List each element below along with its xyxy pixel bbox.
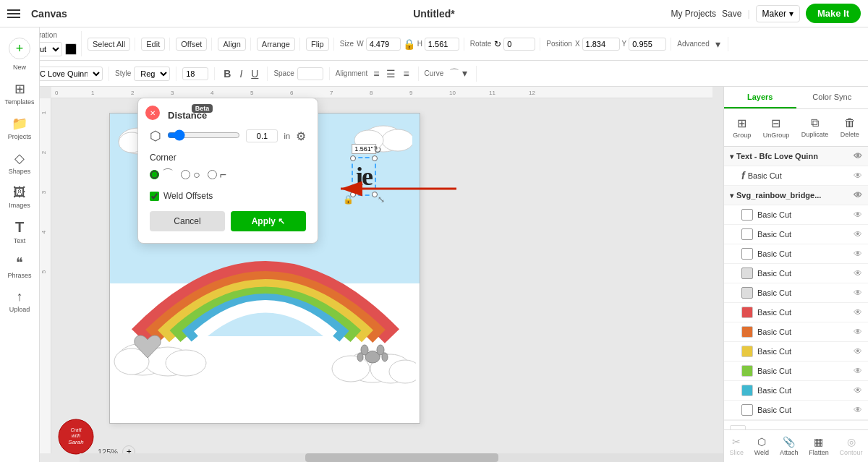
align-center-button[interactable]: ☰ bbox=[383, 67, 399, 81]
align-button[interactable]: Align bbox=[218, 38, 245, 51]
eye-icon-7[interactable]: 👁 bbox=[854, 327, 862, 337]
sidebar-item-images[interactable]: 🖼 Images bbox=[2, 181, 37, 213]
text-label: Text bbox=[14, 237, 26, 244]
svg-point-22 bbox=[382, 129, 412, 151]
layer-item-5[interactable]: Basic Cut 👁 bbox=[724, 283, 868, 303]
sidebar-item-templates[interactable]: ⊞ Templates bbox=[2, 77, 37, 110]
font-size-input[interactable] bbox=[182, 67, 208, 80]
layer-item-11[interactable]: Basic Cut 👁 bbox=[724, 401, 868, 420]
eye-icon-section-text[interactable]: 👁 bbox=[854, 151, 862, 161]
new-button[interactable]: + bbox=[9, 38, 30, 59]
style-select[interactable]: Regu bbox=[134, 67, 170, 81]
flip-button[interactable]: Flip bbox=[306, 38, 329, 51]
layer-section-svg-header[interactable]: ▾ Svg_rainbow_bridge... 👁 bbox=[724, 186, 868, 205]
duplicate-button[interactable]: ⧉ Duplicate bbox=[799, 114, 832, 142]
eye-icon-10[interactable]: 👁 bbox=[854, 385, 862, 395]
contour-button[interactable]: ◎ Contour bbox=[835, 433, 867, 459]
corner-square-radio[interactable]: ⌐ bbox=[208, 168, 226, 181]
my-projects-button[interactable]: My Projects bbox=[671, 9, 716, 19]
eye-icon-5[interactable]: 👁 bbox=[854, 288, 862, 298]
layer-item-1[interactable]: Basic Cut 👁 bbox=[724, 205, 868, 225]
apply-button[interactable]: Apply ↖ bbox=[231, 211, 306, 231]
delete-button[interactable]: 🗑 Delete bbox=[838, 114, 862, 142]
eye-icon-6[interactable]: 👁 bbox=[854, 307, 862, 317]
underline-button[interactable]: U bbox=[248, 67, 261, 81]
curve-button[interactable]: ⌒ ▾ bbox=[446, 66, 470, 82]
operation-color-swatch[interactable] bbox=[65, 43, 77, 55]
projects-icon: 📁 bbox=[12, 116, 27, 132]
weld-button[interactable]: ⬡ Weld bbox=[750, 433, 773, 459]
eye-icon-2[interactable]: 👁 bbox=[854, 229, 862, 239]
weld-checkbox[interactable] bbox=[150, 192, 159, 201]
corner-square-icon: ⌐ bbox=[220, 168, 226, 181]
corner-round-radio[interactable]: ⌒ bbox=[150, 167, 174, 182]
tab-color-sync[interactable]: Color Sync bbox=[796, 87, 869, 108]
eye-icon-11[interactable]: 👁 bbox=[854, 405, 862, 415]
bold-button[interactable]: B bbox=[221, 67, 234, 81]
sidebar-item-text[interactable]: T Text bbox=[2, 215, 37, 249]
rotate-input[interactable]: 0 bbox=[503, 38, 535, 51]
tab-layers[interactable]: Layers bbox=[724, 87, 796, 108]
distance-value-input[interactable]: 0.1 bbox=[246, 129, 278, 142]
scrollbar-thumb[interactable] bbox=[305, 453, 498, 462]
eye-icon-1[interactable]: 👁 bbox=[854, 210, 862, 220]
align-left-button[interactable]: ≡ bbox=[370, 67, 382, 81]
corner-round-icon: ⌒ bbox=[162, 167, 174, 182]
layer-section-text-header[interactable]: ▾ Text - Bfc Love Quinn 👁 bbox=[724, 147, 868, 166]
corner-circle-radio[interactable]: ○ bbox=[181, 168, 200, 181]
space-input[interactable]: 0 bbox=[297, 67, 323, 80]
cancel-button[interactable]: Cancel bbox=[150, 211, 225, 231]
sidebar-item-phrases[interactable]: ❝ Phrases bbox=[2, 250, 37, 283]
size-h-input[interactable]: 1.561 bbox=[425, 38, 459, 51]
layer-item-2[interactable]: Basic Cut 👁 bbox=[724, 225, 868, 244]
layer-item-3[interactable]: Basic Cut 👁 bbox=[724, 244, 868, 264]
offset-button[interactable]: Offset bbox=[176, 38, 207, 51]
position-y-input[interactable]: 0.955 bbox=[629, 38, 666, 51]
align-right-button[interactable]: ≡ bbox=[400, 67, 412, 81]
menu-icon[interactable] bbox=[7, 9, 20, 18]
sidebar-item-new[interactable]: + New bbox=[2, 33, 37, 75]
weld-row: Weld Offsets bbox=[150, 191, 306, 201]
sel-handle-tr[interactable] bbox=[372, 155, 378, 161]
size-w-input[interactable]: 4.479 bbox=[366, 38, 401, 51]
advanced-button[interactable]: ▾ bbox=[712, 37, 723, 51]
group-button[interactable]: ⊞ Group bbox=[730, 114, 754, 142]
layer-item-4[interactable]: Basic Cut 👁 bbox=[724, 264, 868, 283]
layer-item-7[interactable]: Basic Cut 👁 bbox=[724, 322, 868, 342]
horizontal-scrollbar[interactable] bbox=[80, 453, 723, 462]
position-x-input[interactable]: 1.834 bbox=[582, 38, 620, 51]
ungroup-button[interactable]: ⊟ UnGroup bbox=[760, 114, 793, 142]
rotate-handle-icon[interactable]: ↻ bbox=[373, 144, 382, 155]
edit-button[interactable]: Edit bbox=[141, 38, 165, 51]
dialog-close-button[interactable]: ✕ bbox=[145, 106, 160, 120]
sidebar-item-projects[interactable]: 📁 Projects bbox=[2, 111, 37, 145]
sidebar-item-upload[interactable]: ↑ Upload bbox=[2, 285, 37, 317]
eye-icon-4[interactable]: 👁 bbox=[854, 268, 862, 278]
sel-handle-tl[interactable] bbox=[350, 155, 356, 161]
layer-item-text-basiccut[interactable]: f Basic Cut 👁 bbox=[724, 166, 868, 186]
eye-icon-section-svg[interactable]: 👁 bbox=[854, 190, 862, 200]
layer-color-1 bbox=[741, 209, 753, 221]
save-button[interactable]: Save bbox=[722, 9, 741, 19]
eye-icon-0[interactable]: 👁 bbox=[854, 171, 862, 181]
layer-item-8[interactable]: Basic Cut 👁 bbox=[724, 342, 868, 362]
layer-item-6[interactable]: Basic Cut 👁 bbox=[724, 303, 868, 322]
settings-icon[interactable]: ⚙ bbox=[296, 129, 306, 143]
make-it-button[interactable]: Make It bbox=[806, 4, 861, 23]
maker-button[interactable]: Maker ▾ bbox=[756, 5, 800, 22]
slice-button[interactable]: ✂ Slice bbox=[725, 433, 748, 459]
arrange-button[interactable]: Arrange bbox=[257, 38, 295, 51]
eye-icon-9[interactable]: 👁 bbox=[854, 366, 862, 376]
eye-icon-8[interactable]: 👁 bbox=[854, 346, 862, 356]
distance-slider[interactable] bbox=[167, 129, 240, 141]
svg-text:with: with bbox=[72, 433, 81, 438]
italic-button[interactable]: I bbox=[237, 67, 245, 81]
attach-button[interactable]: 📎 Attach bbox=[775, 433, 803, 459]
select-all-button[interactable]: Select All bbox=[88, 38, 130, 51]
eye-icon-3[interactable]: 👁 bbox=[854, 249, 862, 259]
layer-item-10[interactable]: Basic Cut 👁 bbox=[724, 381, 868, 401]
sidebar-item-shapes[interactable]: ◇ Shapes bbox=[2, 146, 37, 179]
layer-item-9[interactable]: Basic Cut 👁 bbox=[724, 362, 868, 381]
curve-group: Curve ⌒ ▾ bbox=[425, 66, 477, 82]
flatten-button[interactable]: ▦ Flatten bbox=[804, 433, 833, 459]
